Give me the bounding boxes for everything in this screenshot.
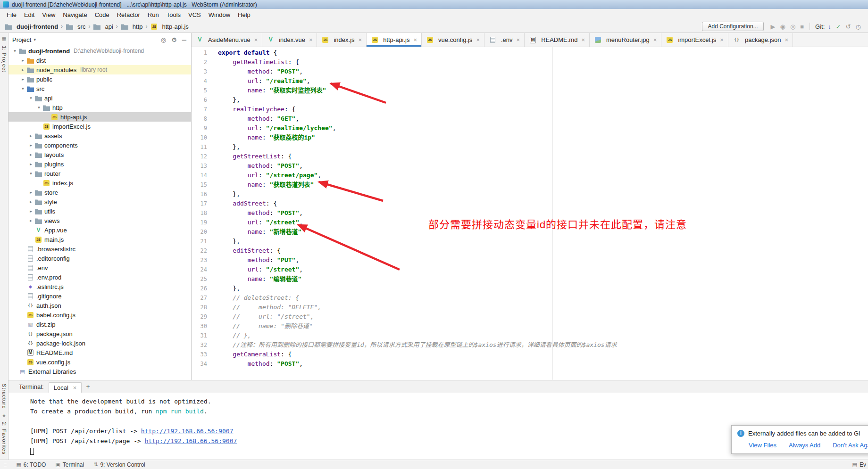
update-project-button[interactable]: ↓ — [826, 23, 834, 30]
collapse-icon[interactable]: ▾ — [11, 49, 18, 53]
commit-button[interactable]: ✓ — [834, 23, 843, 30]
statusbar-9-version-control[interactable]: ⇅9: Version Control — [93, 461, 145, 468]
tree-item-src[interactable]: ▾src — [8, 84, 191, 93]
dropdown-icon[interactable]: ▾ — [33, 37, 36, 42]
menu-help[interactable]: Help — [234, 10, 254, 20]
tree-item-http-api-js[interactable]: JShttp-api.js — [8, 112, 191, 122]
close-icon[interactable]: × — [73, 384, 77, 391]
code-line[interactable]: export default { — [218, 48, 868, 58]
expand-icon[interactable]: ▸ — [27, 162, 34, 166]
code-line[interactable]: getRealTimeList: { — [218, 58, 868, 67]
tab-menurouter-jpg[interactable]: menuRouter.jpg× — [590, 33, 661, 47]
project-panel-title[interactable]: Project — [12, 36, 31, 43]
code-line[interactable]: // method: "DELETE", — [218, 303, 868, 312]
code-line[interactable]: url: "/street/page", — [218, 171, 868, 180]
tree-item-layouts[interactable]: ▸layouts — [8, 150, 191, 159]
code-line[interactable]: getStreetList: { — [218, 152, 868, 161]
close-icon[interactable]: × — [254, 36, 258, 43]
code-line[interactable]: name: "编辑巷道" — [218, 274, 868, 284]
collapse-icon[interactable]: ▾ — [27, 171, 34, 176]
tab-env[interactable]: .env× — [484, 33, 525, 47]
expand-icon[interactable]: ▸ — [19, 67, 26, 72]
tree-item-plugins[interactable]: ▸plugins — [8, 159, 191, 169]
code-line[interactable]: method: "GET", — [218, 114, 868, 123]
statusbar-terminal[interactable]: ▣Terminal — [55, 461, 84, 468]
close-icon[interactable]: × — [785, 36, 789, 43]
tab-package-json[interactable]: {}package.json× — [728, 33, 793, 47]
tree-item-utils[interactable]: ▸utils — [8, 206, 191, 216]
tree-item-editorconfig[interactable]: .editorconfig — [8, 254, 191, 263]
tree-item-gitignore[interactable]: .gitignore — [8, 291, 191, 301]
tree-item-eslintrc-js[interactable]: ◆.eslintrc.js — [8, 282, 191, 291]
code-line[interactable]: url: "/realTime", — [218, 76, 868, 86]
expand-icon[interactable]: ▸ — [27, 190, 34, 195]
stop-button[interactable]: ■ — [798, 23, 806, 30]
tree-item-main-js[interactable]: JSmain.js — [8, 235, 191, 244]
terminal-link[interactable]: http://192.168.66.56:9007 — [141, 428, 234, 435]
tree-item-components[interactable]: ▸components — [8, 140, 191, 150]
tree-item-readme-md[interactable]: MREADME.md — [8, 348, 191, 357]
expand-icon[interactable]: ▸ — [27, 209, 34, 214]
tab-index-js[interactable]: JSindex.js× — [317, 33, 367, 47]
code-line[interactable]: method: "PUT", — [218, 255, 868, 265]
tree-item-babel-config-js[interactable]: JSbabel.config.js — [8, 310, 191, 320]
code-line[interactable]: method: "POST", — [218, 67, 868, 76]
breadcrumb-http-api-js[interactable]: JShttp-api.js — [150, 23, 188, 30]
tree-item-assets[interactable]: ▸assets — [8, 131, 191, 140]
notification-link-view-files[interactable]: View Files — [749, 442, 776, 449]
code-line[interactable]: getCameraList: { — [218, 350, 868, 359]
coverage-button[interactable]: ◎ — [788, 23, 798, 30]
tree-item-duoji-frontend[interactable]: ▾duoji-frontendD:\zheheWeb\duoji-fronten… — [8, 46, 191, 56]
menu-tools[interactable]: Tools — [163, 10, 184, 20]
statusbar-right[interactable]: ▤ Ev — [852, 461, 866, 468]
code-line[interactable]: name: "获取巷道列表" — [218, 180, 868, 189]
locate-file-button[interactable]: ◎ — [161, 36, 166, 43]
stripe-favorites-label[interactable]: 2: Favorites — [1, 422, 7, 454]
code-line[interactable]: method: "POST", — [218, 161, 868, 171]
code-line[interactable]: //注释：所有用到删除的接口都需要拼接变量id，所以请求方式采用了挂载在原型链上… — [218, 340, 868, 350]
breadcrumb-http[interactable]: http — [121, 23, 143, 30]
menu-run[interactable]: Run — [144, 10, 163, 20]
code-line[interactable]: name: "获取荔枝的ip" — [218, 133, 868, 142]
menu-file[interactable]: File — [3, 10, 20, 20]
tree-item-index-js[interactable]: JSindex.js — [8, 178, 191, 188]
notification-link-don-t-ask-agai[interactable]: Don't Ask Agai — [833, 442, 868, 449]
close-icon[interactable]: × — [359, 36, 362, 43]
editor[interactable]: 1234567891011121314151617181920212223242… — [192, 47, 868, 380]
code-line[interactable]: url: "/street", — [218, 265, 868, 274]
hide-panel-button[interactable]: ─ — [182, 36, 186, 43]
debug-button[interactable]: ◉ — [778, 23, 788, 30]
tab-readme-md[interactable]: MREADME.md× — [525, 33, 590, 47]
notification-link-always-add[interactable]: Always Add — [789, 442, 820, 449]
tree-item-router[interactable]: ▾router — [8, 169, 191, 178]
code-line[interactable]: // }, — [218, 331, 868, 340]
statusbar-6-todo[interactable]: ▦6: TODO — [16, 461, 46, 468]
terminal-tab-local[interactable]: Local × — [49, 382, 82, 393]
stripe-project-label[interactable]: 1: Project — [1, 46, 7, 72]
code-line[interactable]: addStreet: { — [218, 199, 868, 208]
code-line[interactable]: name: "获取实时监控列表" — [218, 86, 868, 95]
tree-item-external-libraries[interactable]: ▤External Libraries — [8, 367, 191, 376]
tree-item-env[interactable]: .env — [8, 263, 191, 272]
tree-item-public[interactable]: ▸public — [8, 74, 191, 84]
code-line[interactable]: // deleteStreet: { — [218, 293, 868, 303]
collapse-icon[interactable]: ▾ — [35, 105, 42, 110]
close-icon[interactable]: × — [653, 36, 657, 43]
tree-item-store[interactable]: ▸store — [8, 188, 191, 197]
close-icon[interactable]: × — [581, 36, 585, 43]
tree-item-api[interactable]: ▾api — [8, 93, 191, 103]
settings-button[interactable]: ⚙ — [171, 36, 177, 43]
code-line[interactable]: }, — [218, 95, 868, 105]
close-icon[interactable]: × — [720, 36, 724, 43]
expand-icon[interactable]: ▸ — [27, 143, 34, 148]
tab-asidemenu-vue[interactable]: VAsideMenu.vue× — [192, 33, 262, 47]
tree-item-style[interactable]: ▸style — [8, 197, 191, 206]
tab-importexcel-js[interactable]: JSimportExcel.js× — [661, 33, 728, 47]
menu-refactor[interactable]: Refactor — [113, 10, 144, 20]
menu-navigate[interactable]: Navigate — [59, 10, 91, 20]
code-line[interactable]: realTimeLychee: { — [218, 105, 868, 114]
code-area[interactable]: export default { getRealTimeList: { meth… — [213, 47, 868, 380]
expand-icon[interactable]: ▸ — [27, 152, 34, 157]
code-line[interactable]: }, — [218, 142, 868, 152]
code-line[interactable]: method: "POST", — [218, 359, 868, 369]
